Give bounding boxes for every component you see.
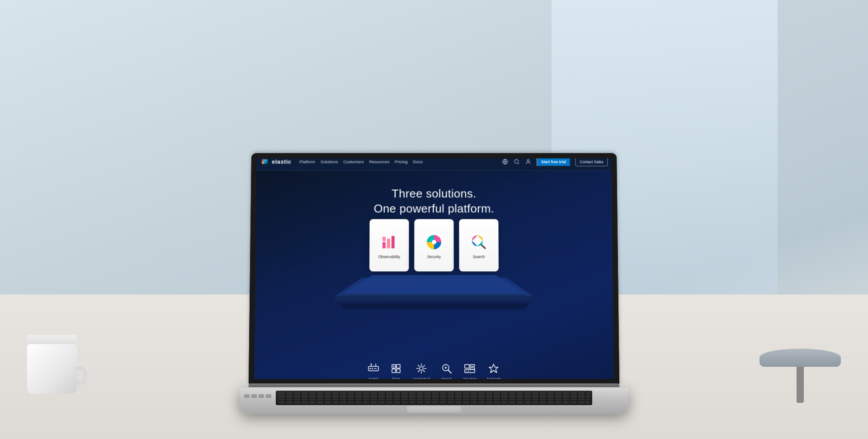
port-3 [259,394,264,398]
contact-sales-button[interactable]: Contact Sales [575,157,608,166]
svg-point-32 [370,368,371,369]
observability-label: Observability [378,255,400,259]
svg-line-53 [448,370,451,373]
feature-store[interactable]: Store [390,362,402,381]
port-1 [244,394,250,398]
platform-base-3d [335,271,533,312]
store-label: Store [392,377,400,381]
nav-solutions[interactable]: Solutions [321,159,338,164]
svg-point-10 [528,159,529,161]
laptop: elastic Platform Solutions Customers Res… [240,149,628,414]
laptop-hinge [249,383,619,387]
svg-point-9 [514,159,519,163]
start-free-trial-button[interactable]: Start free trial [536,157,571,166]
globe-icon[interactable] [502,158,509,165]
laptop-base [240,388,628,414]
visualize-icon [463,362,476,375]
search-card-icon [469,233,489,252]
hero-section: Three solutions. One powerful platform. [249,171,619,384]
keyboard-area [276,391,592,405]
chair-leg [797,367,804,403]
platform-svg [335,271,533,312]
svg-rect-57 [470,364,475,366]
navbar: elastic Platform Solutions Customers Res… [251,153,617,171]
hero-title-line2: One powerful platform. [374,202,495,215]
svg-point-33 [372,368,373,369]
nav-links: Platform Solutions Customers Resources P… [299,159,423,164]
automate-icon [487,362,500,375]
keyboard-row-3 [278,399,590,401]
svg-marker-25 [340,304,528,309]
screen-content: elastic Platform Solutions Customers Res… [249,153,619,384]
feature-search[interactable]: Search [440,362,453,381]
feature-ingest[interactable]: Ingest [367,362,380,381]
trackpad[interactable] [407,406,461,412]
security-icon [424,233,444,252]
logo-text: elastic [272,159,291,165]
solution-cards: Observability [369,219,499,271]
user-icon[interactable] [525,158,532,165]
svg-point-16 [432,240,436,244]
security-card[interactable]: Security [414,219,453,271]
svg-line-19 [481,245,485,248]
laptop-screen: elastic Platform Solutions Customers Res… [249,153,619,384]
hero-title-line1: Three solutions. [392,187,476,200]
svg-rect-59 [465,369,475,373]
svg-line-51 [418,370,420,372]
search-card-label: Search [473,255,485,259]
svg-rect-38 [396,364,400,368]
leverage-ai-label: Leverage AI [412,377,430,381]
features-row: Ingest [367,362,501,381]
svg-point-43 [420,367,423,370]
leverage-ai-icon [415,362,428,375]
nav-pricing[interactable]: Pricing [395,159,408,164]
elastic-logo-icon [260,157,269,166]
mug-handle [76,367,87,385]
search-card[interactable]: Search [459,219,499,271]
feature-leverage-ai[interactable]: Leverage AI [412,362,430,381]
svg-rect-40 [396,369,400,373]
svg-line-49 [423,370,425,372]
svg-line-50 [423,365,425,366]
chair-seat [760,349,841,367]
search-nav-icon[interactable] [513,158,520,165]
keyboard-row-4 [278,402,590,403]
keyboard-row-2 [278,396,590,397]
platform-area: Observability [249,219,619,384]
feature-visualize[interactable]: Visualize [463,362,476,381]
nav-icons: Start free trial Contact Sales [502,157,608,166]
visualize-label: Visualize [463,377,476,381]
store-icon [390,362,402,375]
observability-card[interactable]: Observability [369,219,409,271]
laptop-ports [244,394,271,398]
svg-point-18 [475,238,480,243]
keyboard-row-1 [278,392,590,394]
nav-docs[interactable]: Docs [413,159,423,164]
svg-marker-63 [489,364,498,373]
port-4 [266,394,271,398]
automate-label: Automate [486,377,501,381]
search-feature-icon [440,362,453,375]
port-2 [251,394,257,398]
svg-rect-13 [392,236,395,248]
search-feature-label: Search [441,377,452,381]
feature-automate[interactable]: Automate [486,362,501,381]
svg-rect-14 [382,237,386,241]
ingest-icon [367,362,380,375]
mug-rim [27,335,77,343]
svg-rect-56 [465,364,469,368]
nav-customers[interactable]: Customers [343,159,363,164]
logo-area[interactable]: elastic [260,157,291,166]
nav-resources[interactable]: Resources [369,159,389,164]
ingest-label: Ingest [369,377,378,381]
svg-rect-39 [392,369,396,373]
svg-rect-12 [387,238,390,248]
chair [760,313,841,403]
coffee-mug [27,335,77,394]
mug-body [27,344,77,394]
security-label: Security [427,255,441,259]
svg-line-48 [418,365,419,366]
nav-platform[interactable]: Platform [299,159,315,164]
svg-point-7 [263,160,266,162]
svg-rect-11 [382,242,386,248]
